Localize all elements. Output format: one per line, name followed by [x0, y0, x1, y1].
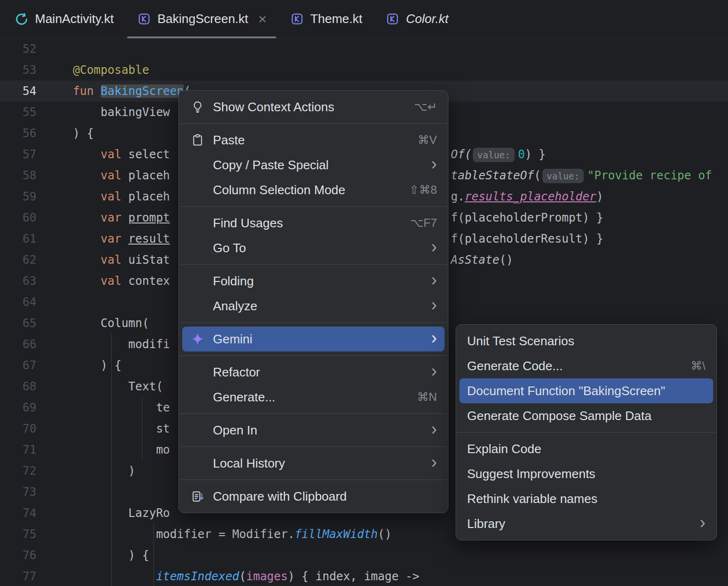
line-number: 59	[0, 186, 36, 207]
compare-clipboard-icon	[190, 489, 205, 504]
code-text: ) {	[73, 123, 94, 144]
code-text-right: AsState()	[451, 249, 513, 270]
menu-item-refactor[interactable]: Refactor›	[182, 360, 445, 385]
menu-item-label: Library	[467, 516, 686, 531]
inlay-hint: value:	[473, 148, 515, 162]
menu-separator	[180, 355, 447, 356]
code-token: ) }	[525, 148, 545, 161]
menu-separator	[180, 264, 447, 265]
code-token: (	[239, 570, 246, 583]
code-text-right: Of(value:0) }	[451, 144, 546, 165]
menu-item-gemini[interactable]: Gemini›	[182, 327, 445, 352]
gemini-submenu: Unit Test ScenariosGenerate Code...⌘\Doc…	[456, 324, 717, 540]
code-token: images	[246, 570, 288, 583]
menu-item-library[interactable]: Library›	[459, 511, 713, 536]
code-token	[121, 232, 128, 246]
code-token: )	[596, 190, 603, 203]
no-icon	[190, 157, 205, 173]
code-token: ()	[378, 527, 392, 541]
menu-item-label: Explain Code	[467, 442, 705, 457]
close-icon[interactable]: ×	[258, 12, 267, 26]
menu-item-analyze[interactable]: Analyze›	[182, 293, 445, 318]
code-text: Text(	[73, 376, 163, 397]
menu-item-explain-code[interactable]: Explain Code	[459, 436, 713, 461]
code-text: var prompt	[73, 207, 170, 228]
menu-item-folding[interactable]: Folding›	[182, 269, 445, 293]
line-number: 55	[0, 102, 36, 123]
tab-color-kt[interactable]: Color.kt	[374, 0, 460, 38]
menu-item-generate-compose-sample-data[interactable]: Generate Compose Sample Data	[459, 403, 713, 428]
line-number: 53	[0, 59, 36, 81]
menu-shortcut: ⌘V	[418, 133, 437, 147]
menu-item-copy-paste-special[interactable]: Copy / Paste Special›	[182, 152, 445, 177]
code-line-77[interactable]: 77 itemsIndexed(images) { index, image -…	[0, 566, 728, 586]
menu-item-find-usages[interactable]: Find Usages⌥F7	[182, 211, 445, 235]
menu-item-local-history[interactable]: Local History›	[182, 451, 445, 476]
code-text: val placeh	[73, 165, 170, 186]
menu-item-column-selection-mode[interactable]: Column Selection Mode⇧⌘8	[182, 177, 445, 202]
paste-icon	[190, 132, 205, 148]
code-token	[73, 232, 101, 246]
code-token: val	[101, 274, 121, 288]
code-line-52[interactable]: 52	[0, 38, 728, 59]
menu-item-label: Rethink variable names	[467, 492, 705, 506]
chevron-right-icon: ›	[431, 363, 437, 380]
line-number: 74	[0, 503, 36, 524]
code-token: placeh	[121, 190, 170, 203]
compose-activity-icon	[14, 12, 29, 26]
menu-item-generate-code[interactable]: Generate Code...⌘\	[459, 353, 713, 378]
menu-shortcut: ⌥↵	[414, 100, 437, 114]
code-token: bakingView	[73, 105, 170, 119]
code-token: ) {	[73, 359, 121, 372]
code-token: "Provide recipe of	[587, 169, 712, 182]
line-number: 75	[0, 524, 36, 545]
menu-item-label: Show Context Actions	[213, 100, 400, 115]
gemini-sparkle-icon	[190, 331, 205, 347]
code-token: st	[73, 422, 170, 435]
code-token: val	[101, 253, 121, 267]
menu-shortcut: ⌥F7	[410, 216, 437, 230]
menu-item-paste[interactable]: Paste⌘V	[182, 128, 445, 152]
code-text: val select	[73, 144, 170, 165]
code-line-76[interactable]: 76 ) {	[0, 545, 728, 566]
line-number: 56	[0, 123, 36, 144]
menu-item-generate[interactable]: Generate...⌘N	[182, 385, 445, 410]
line-number: 73	[0, 481, 36, 503]
code-token: )	[73, 464, 135, 478]
tab-bakingscreen-kt[interactable]: BakingScreen.kt×	[125, 0, 278, 38]
menu-item-open-in[interactable]: Open In›	[182, 418, 445, 443]
menu-item-compare-with-clipboard[interactable]: Compare with Clipboard	[182, 484, 445, 509]
menu-item-show-context-actions[interactable]: Show Context Actions⌥↵	[182, 94, 445, 119]
menu-item-label: Compare with Clipboard	[213, 489, 437, 504]
tab-mainactivity-kt[interactable]: MainActivity.kt	[3, 0, 125, 38]
line-number: 63	[0, 270, 36, 292]
menu-item-label: Copy / Paste Special	[213, 158, 418, 173]
code-line-53[interactable]: 53@Composable	[0, 59, 728, 81]
menu-item-go-to[interactable]: Go To›	[182, 235, 445, 260]
tab-theme-kt[interactable]: Theme.kt	[278, 0, 374, 38]
no-icon	[190, 240, 205, 256]
menu-item-label: Analyze	[213, 299, 418, 314]
line-number: 76	[0, 545, 36, 566]
tab-label: MainActivity.kt	[35, 12, 114, 26]
menu-item-label: Generate...	[213, 390, 404, 405]
menu-item-rethink-variable-names[interactable]: Rethink variable names	[459, 486, 713, 511]
code-token: var	[101, 211, 121, 224]
code-token: val	[101, 190, 121, 203]
menu-item-unit-test-scenarios[interactable]: Unit Test Scenarios	[459, 328, 713, 353]
menu-shortcut: ⇧⌘8	[410, 183, 437, 197]
code-text: te	[73, 397, 170, 418]
line-number: 58	[0, 165, 36, 186]
menu-item-document-function-bakingscreen[interactable]: Document Function "BakingScreen"	[459, 378, 713, 403]
code-text: modifi	[73, 334, 170, 355]
no-icon	[190, 182, 205, 198]
chevron-right-icon: ›	[431, 421, 437, 438]
code-token	[73, 274, 101, 288]
tab-label: BakingScreen.kt	[157, 12, 248, 26]
menu-item-suggest-improvements[interactable]: Suggest Improvements	[459, 461, 713, 486]
code-text-right: tableStateOf(value:"Provide recipe of	[451, 165, 712, 186]
line-number: 77	[0, 566, 36, 586]
no-icon	[190, 422, 205, 438]
code-text: var result	[73, 228, 170, 249]
menu-item-label: Generate Compose Sample Data	[467, 409, 705, 423]
